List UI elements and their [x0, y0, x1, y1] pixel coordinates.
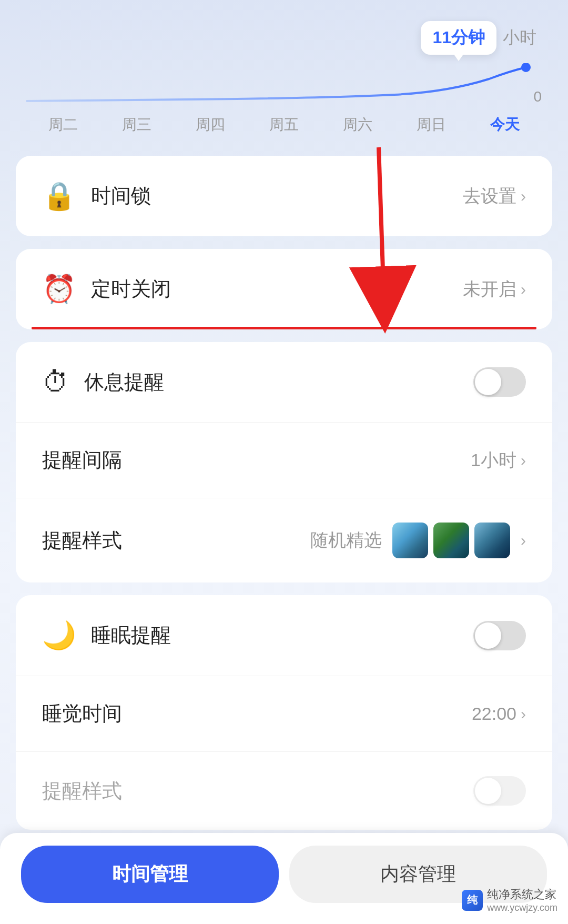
time-lock-label: 时间锁 [91, 183, 463, 209]
time-lock-row[interactable]: 🔒 时间锁 去设置 › [16, 156, 552, 236]
chart-area: 11分钟 小时 0 周二 周三 周四 周五 周六 周日 今天 [0, 0, 568, 156]
time-bubble: 11分钟 [421, 21, 496, 55]
sleep-style-row[interactable]: 提醒样式 [16, 752, 552, 830]
hour-label: 小时 [503, 26, 536, 49]
thumbnails [392, 523, 510, 558]
week-label-sat: 周六 [343, 115, 372, 135]
time-lock-chevron: › [521, 187, 526, 205]
time-lock-icon: 🔒 [42, 180, 76, 212]
week-label-thu: 周四 [196, 115, 225, 135]
rest-interval-chevron: › [521, 451, 526, 469]
rest-style-chevron: › [521, 531, 526, 549]
zero-label: 0 [533, 88, 542, 105]
timer-off-icon: ⏰ [42, 273, 76, 305]
watermark-icon: 纯 [462, 890, 483, 911]
time-lock-action[interactable]: 去设置 › [463, 184, 526, 208]
rest-style-label: 提醒样式 [42, 527, 310, 554]
sleep-time-value[interactable]: 22:00 › [472, 704, 526, 724]
rest-reminder-card: ⏱ 休息提醒 提醒间隔 1小时 › 提醒样式 随机精选 [16, 342, 552, 582]
time-mgmt-button[interactable]: 时间管理 [21, 846, 279, 903]
chart-header: 11分钟 小时 [26, 21, 542, 55]
week-labels: 周二 周三 周四 周五 周六 周日 今天 [26, 109, 542, 156]
sleep-time-chevron: › [521, 705, 526, 723]
rest-interval-label: 提醒间隔 [42, 447, 471, 474]
week-label-sun: 周日 [417, 115, 446, 135]
rest-style-row[interactable]: 提醒样式 随机精选 › [16, 498, 552, 582]
timer-off-status[interactable]: 未开启 › [463, 277, 526, 302]
thumb-2 [433, 523, 469, 558]
thumb-3 [474, 523, 510, 558]
thumb-1 [392, 523, 428, 558]
sleep-time-label: 睡觉时间 [42, 700, 472, 727]
usage-chart-svg [26, 63, 542, 105]
sleep-reminder-toggle[interactable] [473, 621, 526, 650]
cards-area: 🔒 时间锁 去设置 › ⏰ 定时关闭 未开启 › ⏱ 休息提醒 [0, 156, 568, 830]
rest-interval-row[interactable]: 提醒间隔 1小时 › [16, 423, 552, 498]
timer-off-label: 定时关闭 [91, 276, 463, 303]
chart-line: 0 [26, 63, 542, 105]
watermark-text: 纯净系统之家 www.ycwjzy.com [487, 887, 557, 913]
week-label-fri: 周五 [269, 115, 299, 135]
timer-off-chevron: › [521, 280, 526, 298]
week-label-wed: 周三 [122, 115, 151, 135]
rest-reminder-header-row[interactable]: ⏱ 休息提醒 [16, 342, 552, 423]
red-underline [32, 327, 536, 329]
rest-style-value[interactable]: 随机精选 › [310, 523, 526, 558]
sleep-reminder-icon: 🌙 [42, 619, 76, 651]
sleep-reminder-header-row[interactable]: 🌙 睡眠提醒 [16, 595, 552, 676]
sleep-toggle-knob [475, 622, 501, 649]
sleep-style-toggle[interactable] [473, 776, 526, 806]
timer-off-card: ⏰ 定时关闭 未开启 › [16, 249, 552, 329]
week-label-today: 今天 [490, 115, 520, 135]
svg-point-0 [521, 63, 531, 72]
timer-off-row[interactable]: ⏰ 定时关闭 未开启 › [16, 249, 552, 329]
week-label-tue: 周二 [48, 115, 78, 135]
watermark: 纯 纯净系统之家 www.ycwjzy.com [462, 887, 557, 913]
sleep-reminder-label: 睡眠提醒 [91, 622, 473, 649]
sleep-style-knob [475, 778, 501, 804]
sleep-reminder-card: 🌙 睡眠提醒 睡觉时间 22:00 › 提醒样式 [16, 595, 552, 830]
rest-reminder-icon: ⏱ [42, 366, 69, 398]
rest-reminder-toggle[interactable] [473, 367, 526, 397]
toggle-knob [475, 369, 501, 395]
rest-interval-value[interactable]: 1小时 › [471, 448, 526, 473]
sleep-style-label: 提醒样式 [42, 778, 473, 805]
sleep-time-row[interactable]: 睡觉时间 22:00 › [16, 676, 552, 752]
time-lock-card: 🔒 时间锁 去设置 › [16, 156, 552, 236]
rest-reminder-label: 休息提醒 [84, 369, 473, 396]
